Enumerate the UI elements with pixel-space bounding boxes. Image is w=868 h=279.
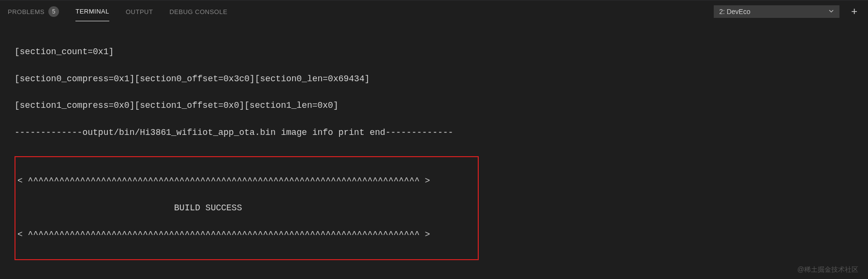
tab-problems[interactable]: PROBLEMS 5 — [8, 0, 59, 23]
tab-debug-label: DEBUG CONSOLE — [169, 8, 227, 15]
terminal-output[interactable]: [section_count=0x1] [section0_compress=0… — [0, 22, 868, 279]
tab-terminal[interactable]: TERMINAL — [75, 2, 109, 21]
tab-problems-label: PROBLEMS — [8, 8, 44, 15]
right-controls: 2: DevEco + — [714, 5, 860, 18]
terminal-line — [15, 263, 853, 277]
terminal-line: [section1_compress=0x0][section1_offset=… — [15, 99, 853, 113]
panel-tabs: PROBLEMS 5 TERMINAL OUTPUT DEBUG CONSOLE… — [0, 1, 868, 22]
build-success-box: < ^^^^^^^^^^^^^^^^^^^^^^^^^^^^^^^^^^^^^^… — [15, 156, 479, 260]
terminal-line: [section0_compress=0x1][section0_offset=… — [15, 73, 853, 86]
tab-terminal-label: TERMINAL — [75, 8, 109, 15]
terminal-line: [section_count=0x1] — [15, 45, 853, 59]
tab-output-label: OUTPUT — [126, 8, 153, 15]
terminal-line: BUILD SUCCESS — [17, 202, 476, 215]
tab-group: PROBLEMS 5 TERMINAL OUTPUT DEBUG CONSOLE — [8, 0, 714, 23]
chevron-down-icon — [828, 8, 834, 15]
tab-debug-console[interactable]: DEBUG CONSOLE — [169, 2, 227, 21]
tab-output[interactable]: OUTPUT — [126, 2, 153, 21]
problems-badge: 5 — [48, 6, 59, 17]
terminal-line: -------------output/bin/Hi3861_wifiiot_a… — [15, 126, 853, 140]
plus-icon: + — [851, 5, 857, 17]
terminal-line: < ^^^^^^^^^^^^^^^^^^^^^^^^^^^^^^^^^^^^^^… — [17, 228, 476, 242]
new-terminal-button[interactable]: + — [848, 5, 860, 18]
dropdown-selected: 2: DevEco — [719, 8, 750, 15]
watermark: @稀土掘金技术社区 — [797, 265, 858, 274]
terminal-selector-dropdown[interactable]: 2: DevEco — [714, 5, 839, 18]
terminal-line: < ^^^^^^^^^^^^^^^^^^^^^^^^^^^^^^^^^^^^^^… — [17, 175, 476, 188]
